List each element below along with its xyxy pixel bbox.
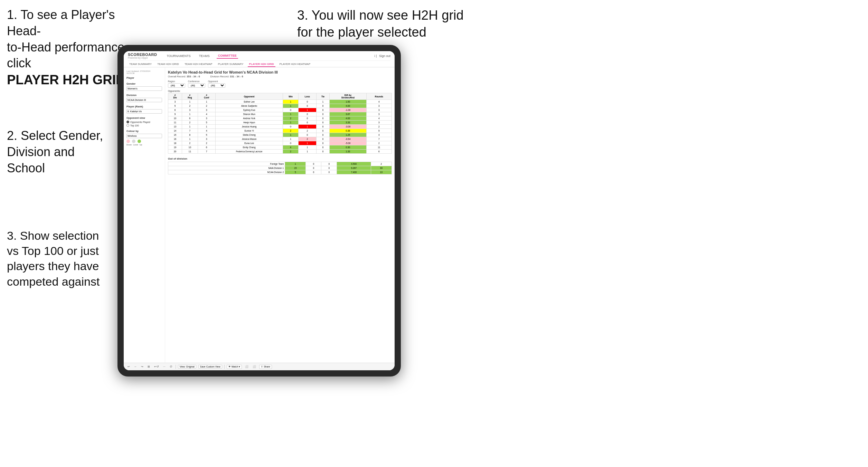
table-row: 1311Jessica Huang010-3.002 bbox=[168, 125, 392, 129]
table-row: 1063Andrea York2004.004 bbox=[168, 116, 392, 121]
radio-top100[interactable]: Top 100 bbox=[126, 124, 162, 127]
nav-tournaments[interactable]: TOURNAMENTS bbox=[165, 54, 192, 58]
radio-dot-opponents bbox=[126, 121, 129, 123]
nav-teams[interactable]: TEAMS bbox=[198, 54, 211, 58]
conference-filter: Conference (All) bbox=[188, 80, 205, 88]
main-content: Last Updated: 27/03/2024 16:55:38 Player… bbox=[124, 67, 395, 363]
toolbar-share[interactable]: ⇪ Share bbox=[259, 365, 272, 369]
logo-sub: Powered by clippd bbox=[128, 57, 157, 59]
sidebar-division-section: Division NCAA Division III NCAA Division… bbox=[126, 94, 162, 102]
toolbar-watch[interactable]: 👁 Watch ▾ bbox=[227, 365, 242, 369]
table-body: 311Esther Lee1011.504522Alexis Sudjianto… bbox=[168, 100, 392, 154]
out-of-division-row: NAIA Division 115009.26730 bbox=[168, 166, 392, 170]
toolbar-grid[interactable]: ⊞ bbox=[147, 365, 151, 369]
region-select[interactable]: (All) bbox=[168, 83, 185, 88]
opponents-label: Opponents: bbox=[168, 90, 392, 92]
sub-nav: TEAM SUMMARY TEAM H2H GRID TEAM H2H HEAT… bbox=[128, 60, 390, 67]
table-header-row: #Div #Reg #Conf Opponent Win Loss Tie Di… bbox=[168, 93, 392, 100]
th-diff: Diff AvStrokes/Rnd bbox=[330, 93, 366, 100]
toolbar-divider-1 bbox=[176, 365, 176, 369]
table-row: 914Sharon Mun1003.673 bbox=[168, 112, 392, 116]
tablet-screen: SCOREBOARD Powered by clippd TOURNAMENTS… bbox=[124, 51, 395, 370]
bottom-toolbar: ↩ ← ↪ ⊞ ↩↺ ··· ⏱ View: Original Save Cus… bbox=[124, 363, 395, 370]
table-row: 20117Federica Domecq Lacroze2101.336 bbox=[168, 150, 392, 154]
sidebar-player-label: Player bbox=[126, 76, 162, 79]
th-win: Win bbox=[283, 93, 298, 100]
toolbar-save-custom-view[interactable]: Save Custom View bbox=[198, 365, 222, 369]
toolbar-btn-square1[interactable]: ⬜ bbox=[244, 365, 249, 369]
nav-top: SCOREBOARD Powered by clippd TOURNAMENTS… bbox=[128, 53, 390, 60]
tablet: SCOREBOARD Powered by clippd TOURNAMENTS… bbox=[117, 45, 401, 377]
conference-select[interactable]: (All) bbox=[188, 83, 205, 88]
th-loss: Loss bbox=[298, 93, 316, 100]
player-rank-select[interactable]: 8. Katelyn Vo bbox=[126, 109, 162, 114]
toolbar-back[interactable]: ← bbox=[133, 365, 138, 369]
sub-nav-player-h2h-grid[interactable]: PLAYER H2H GRID bbox=[248, 62, 275, 67]
nav-right: i | Sign out bbox=[375, 54, 390, 58]
sub-nav-player-h2h-heatmap[interactable]: PLAYER H2H HEATMAP bbox=[278, 62, 312, 67]
sub-nav-player-summary[interactable]: PLAYER SUMMARY bbox=[217, 62, 245, 67]
colour-up bbox=[138, 140, 141, 143]
out-of-division-row: Foreign Team1004.5002 bbox=[168, 162, 392, 166]
sidebar-player-section: Player bbox=[126, 76, 162, 79]
th-rounds: Rounds bbox=[366, 93, 391, 100]
sidebar-gender-section: Gender Women's Men's bbox=[126, 82, 162, 91]
colour-by-select[interactable]: Win/loss bbox=[126, 134, 162, 138]
annotation-3-top: 3. You will now see H2H grid for the pla… bbox=[297, 7, 470, 41]
toolbar-refresh[interactable]: ↩↺ bbox=[153, 365, 160, 369]
opponent-select[interactable]: (All) bbox=[208, 83, 225, 88]
sub-nav-team-h2h-grid[interactable]: TEAM H2H GRID bbox=[156, 62, 180, 67]
content-area: Katelyn Vo Head-to-Head Grid for Women's… bbox=[165, 67, 395, 363]
gender-select[interactable]: Women's Men's bbox=[126, 86, 162, 91]
radio-opponents-played[interactable]: Opponents Played bbox=[126, 121, 162, 123]
th-conf: #Conf bbox=[198, 93, 215, 100]
filter-section: Region (All) Conference (All) Opponent bbox=[168, 80, 392, 88]
sidebar-player-rank-label: Player (Rank) bbox=[126, 105, 162, 108]
logo-area: SCOREBOARD Powered by clippd bbox=[128, 53, 157, 59]
table-row: 311Esther Lee1011.504 bbox=[168, 100, 392, 104]
sidebar-timestamp: Last Updated: 27/03/2024 16:55:38 bbox=[126, 70, 162, 74]
region-filter: Region (All) bbox=[168, 80, 185, 88]
table-row: 633Sydney Kuo010-1.003 bbox=[168, 108, 392, 112]
table-row: 1822Euna Lee010-5.002 bbox=[168, 141, 392, 145]
record-row: Overall Record: 353 - 34 - 6 Division Re… bbox=[168, 75, 392, 78]
colour-circles bbox=[126, 140, 162, 143]
opponent-view-label: Opponent view bbox=[126, 116, 162, 120]
out-of-division-table: Foreign Team1004.5002NAIA Division 11500… bbox=[168, 162, 392, 174]
table-row: 1474Eunice Yi2200.389 bbox=[168, 129, 392, 133]
sub-nav-team-summary[interactable]: TEAM SUMMARY bbox=[128, 62, 153, 67]
toolbar-undo[interactable]: ↩ bbox=[126, 365, 131, 369]
out-of-division-label: Out of division bbox=[168, 157, 392, 160]
grid-title: Katelyn Vo Head-to-Head Grid for Women's… bbox=[168, 70, 392, 74]
toolbar-view-original[interactable]: View: Original bbox=[178, 365, 196, 369]
logo-title: SCOREBOARD bbox=[128, 53, 157, 57]
table-row: 19106Emily Chang4100.3011 bbox=[168, 145, 392, 150]
toolbar-btn-square2[interactable]: ⬜ bbox=[252, 365, 257, 369]
radio-dot-top100 bbox=[126, 124, 129, 127]
annotation-2: 2. Select Gender, Division and School bbox=[7, 128, 131, 176]
opponent-view-section: Opponent view Opponents Played Top 100 bbox=[126, 116, 162, 127]
th-opponent: Opponent bbox=[215, 93, 283, 100]
data-table: #Div #Reg #Conf Opponent Win Loss Tie Di… bbox=[168, 93, 392, 154]
sign-out-link[interactable]: Sign out bbox=[379, 54, 390, 58]
colour-by-label: Colour by bbox=[126, 130, 162, 133]
out-of-division-row: NCAA Division 25007.40010 bbox=[168, 170, 392, 174]
sidebar-player-rank-section: Player (Rank) 8. Katelyn Vo bbox=[126, 105, 162, 114]
toolbar-redo[interactable]: ↪ bbox=[140, 365, 144, 369]
colour-down bbox=[126, 140, 130, 143]
toolbar-dots[interactable]: ··· bbox=[162, 365, 167, 369]
division-select[interactable]: NCAA Division III NCAA Division I NCAA D… bbox=[126, 98, 162, 102]
nav-committee[interactable]: COMMITTEE bbox=[217, 53, 238, 59]
toolbar-timer[interactable]: ⏱ bbox=[169, 365, 173, 369]
division-record-label: Division Record: 331 - 34 - 6 bbox=[210, 75, 243, 78]
overall-record-label: Overall Record: 353 - 34 - 6 bbox=[168, 75, 200, 78]
table-row: 1125Heejo Hyun1003.333 bbox=[168, 121, 392, 125]
nav-bar: SCOREBOARD Powered by clippd TOURNAMENTS… bbox=[124, 51, 395, 67]
colour-level bbox=[132, 140, 135, 143]
th-div: #Div bbox=[168, 93, 182, 100]
th-tie: Tie bbox=[316, 93, 329, 100]
colour-labels: Down Level Up bbox=[126, 144, 162, 146]
sub-nav-team-h2h-heatmap[interactable]: TEAM H2H HEATMAP bbox=[183, 62, 214, 67]
out-of-division-body: Foreign Team1004.5002NAIA Division 11500… bbox=[168, 162, 392, 174]
sidebar-gender-label: Gender bbox=[126, 82, 162, 85]
